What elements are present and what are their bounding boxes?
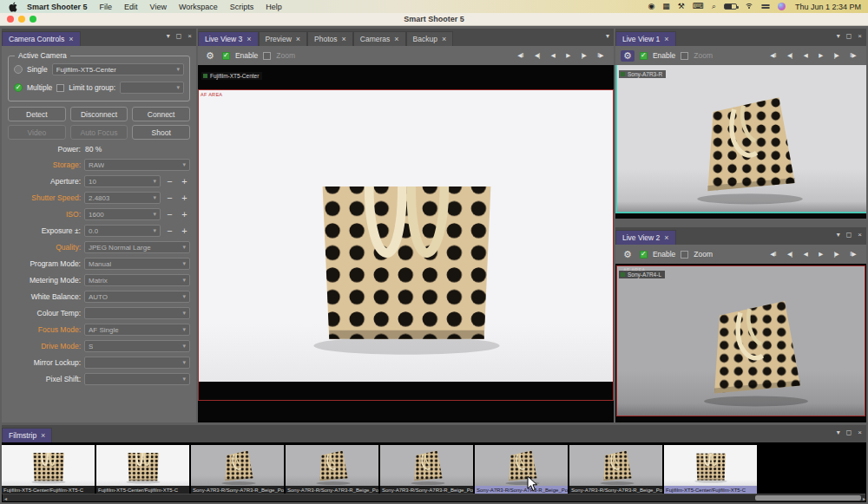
battery-icon[interactable]: [724, 3, 737, 10]
shutter-speed-select[interactable]: 2.4803▾: [84, 192, 161, 204]
focus-far-3-icon[interactable]: ◀‖: [517, 52, 523, 59]
focus-near-1-icon[interactable]: ▶: [566, 52, 570, 59]
menu-file[interactable]: File: [94, 3, 119, 11]
menu-view[interactable]: View: [144, 3, 173, 11]
close-icon[interactable]: ×: [394, 35, 398, 43]
grid-app-status-icon[interactable]: ▦: [662, 3, 670, 10]
connect-button[interactable]: Connect: [132, 107, 190, 121]
aperture-minus-button[interactable]: −: [164, 177, 175, 187]
panel-float-icon[interactable]: ◻: [846, 32, 852, 40]
multiple-radio[interactable]: ✓: [14, 83, 23, 92]
panel-close-icon[interactable]: ×: [187, 32, 192, 40]
close-icon[interactable]: ×: [342, 35, 346, 43]
panel-menu-icon[interactable]: ▾: [837, 32, 840, 40]
white-balance-select[interactable]: AUTO▾: [84, 291, 190, 303]
iso-select[interactable]: 1600▾: [84, 208, 161, 220]
thumbnail-4[interactable]: Sony-A7R3-R/Sony-A7R3-R_Beige_Polkad: [286, 445, 378, 494]
thumbnail-8-selected[interactable]: Fujifilm-XT5-Center/Fujifilm-XT5-C: [664, 445, 757, 494]
menu-scripts[interactable]: Scripts: [224, 3, 260, 11]
tab-preview[interactable]: Preview ×: [259, 31, 308, 46]
close-icon[interactable]: ×: [442, 35, 446, 43]
live-view-2-image[interactable]: AF AREA Sony-A7R4-L: [615, 264, 866, 422]
focus-far-3-icon[interactable]: ◀‖: [770, 52, 776, 59]
menubar-clock[interactable]: Thu Jun 1 2:34 PM: [793, 3, 861, 11]
siri-icon[interactable]: [778, 3, 786, 10]
menu-edit[interactable]: Edit: [118, 3, 144, 11]
live-view-3-image[interactable]: Fujifilm-XT5-Center AF AREA: [198, 65, 614, 422]
tab-cameras[interactable]: Cameras ×: [353, 31, 406, 46]
focus-far-3-icon[interactable]: ◀‖: [770, 251, 776, 258]
panel-menu-icon[interactable]: ▾: [837, 231, 840, 239]
detect-button[interactable]: Detect: [8, 107, 66, 121]
exposure-select[interactable]: 0.0▾: [84, 225, 161, 237]
panel-float-icon[interactable]: ◻: [846, 429, 852, 436]
tab-filmstrip[interactable]: Filmstrip ×: [2, 428, 52, 442]
focus-far-1-icon[interactable]: ◀: [804, 251, 808, 258]
panel-menu-icon[interactable]: ▾: [837, 429, 840, 436]
enable-checkbox[interactable]: ✓: [222, 52, 230, 60]
record-status-icon[interactable]: ◉: [648, 3, 654, 10]
thumbnail-5[interactable]: Sony-A7R3-R/Sony-A7R3-R_Beige_Polkad: [380, 445, 473, 494]
focus-far-1-icon[interactable]: ◀: [551, 52, 556, 59]
enable-checkbox[interactable]: ✓: [640, 52, 648, 60]
panel-close-icon[interactable]: ×: [858, 231, 862, 239]
panel-menu-icon[interactable]: ▾: [167, 32, 170, 40]
focus-near-3-icon[interactable]: ‖▶: [850, 52, 856, 59]
tab-backup[interactable]: Backup ×: [406, 31, 454, 46]
panel-close-icon[interactable]: ×: [858, 32, 862, 40]
panel-menu-icon[interactable]: ▾: [606, 32, 609, 40]
focus-near-2-icon[interactable]: |▶: [834, 251, 839, 258]
focus-near-2-icon[interactable]: |▶: [834, 52, 839, 59]
gear-icon[interactable]: ⚙: [621, 50, 635, 62]
tab-live-view-3[interactable]: Live View 3 ×: [198, 31, 259, 46]
scrollbar-thumb[interactable]: [755, 495, 861, 501]
aperture-select[interactable]: 10▾: [84, 175, 161, 187]
focus-far-2-icon[interactable]: ◀|: [535, 52, 540, 59]
spotlight-search-icon[interactable]: ⌕: [712, 3, 716, 10]
close-icon[interactable]: ×: [664, 233, 668, 242]
scroll-left-icon[interactable]: ◂: [4, 495, 7, 501]
close-icon[interactable]: ×: [296, 35, 300, 43]
menu-app-name[interactable]: Smart Shooter 5: [21, 3, 94, 11]
tab-live-view-2[interactable]: Live View 2 ×: [615, 230, 676, 245]
close-icon[interactable]: ×: [664, 35, 668, 43]
quality-select[interactable]: JPEG Normal Large▾: [84, 241, 190, 253]
enable-checkbox[interactable]: ✓: [640, 251, 648, 259]
active-camera-select[interactable]: Fujifilm-XT5-Center ▾: [52, 63, 184, 75]
close-icon[interactable]: ×: [69, 35, 73, 43]
limit-group-select[interactable]: ▾: [120, 82, 184, 94]
panel-float-icon[interactable]: ◻: [176, 32, 182, 40]
focus-near-1-icon[interactable]: ▶: [819, 251, 823, 258]
storage-select[interactable]: RAW▾: [84, 159, 190, 171]
focus-near-2-icon[interactable]: |▶: [582, 52, 587, 59]
pixel-shift-select[interactable]: ▾: [84, 373, 190, 385]
gear-icon[interactable]: ⚙: [621, 249, 635, 260]
tab-live-view-1[interactable]: Live View 1 ×: [615, 31, 676, 46]
thumbnail-3[interactable]: Sony-A7R3-R/Sony-A7R3-R_Beige_Polkad: [191, 445, 284, 494]
zoom-checkbox[interactable]: [681, 251, 688, 259]
auto-focus-button[interactable]: Auto Focus: [70, 125, 128, 140]
zoom-checkbox[interactable]: [263, 52, 271, 60]
limit-group-checkbox[interactable]: [56, 84, 64, 92]
keyboard-status-icon[interactable]: ⌨: [693, 3, 704, 10]
close-icon[interactable]: ×: [247, 35, 251, 43]
shutter-minus-button[interactable]: −: [164, 193, 175, 203]
live-view-1-image[interactable]: Sony-A7R3-R: [615, 65, 866, 219]
program-mode-select[interactable]: Manual▾: [84, 258, 190, 270]
iso-minus-button[interactable]: −: [164, 210, 175, 219]
thumbnail-7[interactable]: Sony-A7R3-R/Sony-A7R3-R_Beige_Polkad: [569, 445, 662, 494]
thumbnail-2[interactable]: Fujifilm-XT5-Center/Fujifilm-XT5-C: [96, 445, 189, 494]
single-radio[interactable]: [14, 65, 23, 74]
video-button[interactable]: Video: [8, 125, 66, 140]
focus-near-3-icon[interactable]: ‖▶: [850, 251, 856, 258]
filmstrip-scrollbar[interactable]: ◂ ▸: [3, 494, 865, 501]
close-icon[interactable]: ×: [41, 431, 45, 440]
shutter-plus-button[interactable]: +: [179, 193, 190, 203]
menu-help[interactable]: Help: [260, 3, 288, 11]
tab-camera-controls[interactable]: Camera Controls ×: [2, 31, 81, 46]
tab-photos[interactable]: Photos ×: [307, 31, 353, 46]
panel-float-icon[interactable]: ◻: [846, 231, 852, 239]
metering-mode-select[interactable]: Matrix▾: [84, 274, 190, 286]
disconnect-button[interactable]: Disconnect: [70, 107, 128, 121]
aperture-plus-button[interactable]: +: [179, 177, 190, 187]
